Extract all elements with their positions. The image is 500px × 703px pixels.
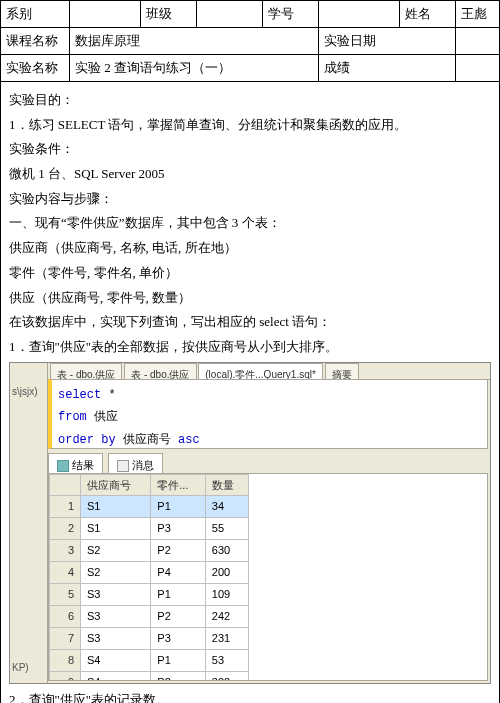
sql-server-screenshot: • × s\jsjx) KP) 表 - dbo.供应 表 - dbo.供应 (l… (9, 362, 491, 684)
table-row[interactable]: 4S2P4200 (50, 562, 249, 584)
expname-label: 实验名称 (1, 55, 70, 82)
cell-qty: 34 (205, 496, 248, 518)
cell-qty: 200 (205, 562, 248, 584)
cell-supplierno: S4 (81, 649, 151, 671)
results-grid-wrap: 供应商号 零件... 数量 1S1P1342S1P3553S2P26304S2P… (48, 473, 488, 681)
cell-qty: 55 (205, 518, 248, 540)
lab-report-page: 系别 班级 学号 姓名 王彪 课程名称 数据库原理 实验日期 实验名称 实验 2… (0, 0, 500, 703)
table-supply: 供应（供应商号, 零件号, 数量） (9, 286, 491, 311)
cell-partno: P1 (151, 584, 205, 606)
header-row-1: 系别 班级 学号 姓名 王彪 (1, 1, 499, 28)
steps-instruction: 在该数据库中，实现下列查询，写出相应的 select 语句： (9, 310, 491, 335)
row-number: 6 (50, 605, 81, 627)
row-number: 4 (50, 562, 81, 584)
header-row-2: 课程名称 数据库原理 实验日期 (1, 28, 499, 55)
cell-supplierno: S1 (81, 496, 151, 518)
cell-partno: P3 (151, 627, 205, 649)
grade-value (456, 55, 500, 82)
row-number: 5 (50, 584, 81, 606)
kw-orderby: order by (58, 433, 116, 447)
object-explorer-strip[interactable]: s\jsjx) KP) (10, 363, 48, 683)
table-row[interactable]: 5S3P1109 (50, 584, 249, 606)
sql-editor[interactable]: select * from 供应 order by 供应商号 asc (48, 379, 488, 449)
tree-kp-label: KP) (12, 658, 29, 677)
header-table: 系别 班级 学号 姓名 王彪 课程名称 数据库原理 实验日期 实验名称 实验 2… (1, 1, 499, 82)
tab-table-1[interactable]: 表 - dbo.供应 (50, 363, 122, 380)
cell-supplierno: S3 (81, 627, 151, 649)
cell-partno: P1 (151, 496, 205, 518)
cell-supplierno: S1 (81, 518, 151, 540)
name-label: 姓名 (400, 1, 456, 28)
row-number: 2 (50, 518, 81, 540)
col-partno[interactable]: 零件... (151, 474, 205, 496)
cell-qty: 302 (205, 671, 248, 680)
kw-from: from (58, 410, 87, 424)
cell-partno: P2 (151, 540, 205, 562)
cell-qty: 630 (205, 540, 248, 562)
table-row[interactable]: 1S1P134 (50, 496, 249, 518)
name-value: 王彪 (456, 1, 500, 28)
col-rownum[interactable] (50, 474, 81, 496)
table-row[interactable]: 8S4P153 (50, 649, 249, 671)
grid-icon (57, 460, 69, 472)
steps-intro: 一、现有“零件供应”数据库，其中包含 3 个表： (9, 211, 491, 236)
row-number: 9 (50, 671, 81, 680)
cell-partno: P2 (151, 605, 205, 627)
date-label: 实验日期 (319, 28, 456, 55)
studentno-label: 学号 (263, 1, 319, 28)
expname-value: 实验 2 查询语句练习（一） (70, 55, 319, 82)
code-star: * (101, 388, 115, 402)
header-row-3: 实验名称 实验 2 查询语句练习（一） 成绩 (1, 55, 499, 82)
kw-select: select (58, 388, 101, 402)
cell-qty: 231 (205, 627, 248, 649)
steps-title: 实验内容与步骤： (9, 187, 491, 212)
table-row[interactable]: 2S1P355 (50, 518, 249, 540)
col-qty[interactable]: 数量 (205, 474, 248, 496)
cell-supplierno: S3 (81, 605, 151, 627)
table-row[interactable]: 3S2P2630 (50, 540, 249, 562)
studentno-value (319, 1, 400, 28)
tab-summary[interactable]: 摘要 (325, 363, 359, 380)
cell-supplierno: S2 (81, 562, 151, 584)
cell-supplierno: S3 (81, 584, 151, 606)
course-value: 数据库原理 (70, 28, 319, 55)
question-2: 2．查询"供应"表的记录数。 (9, 688, 491, 703)
row-number: 1 (50, 496, 81, 518)
question-1: 1．查询"供应"表的全部数据，按供应商号从小到大排序。 (9, 335, 491, 360)
table-supplier: 供应商（供应商号, 名称, 电话, 所在地） (9, 236, 491, 261)
class-label: 班级 (141, 1, 197, 28)
message-icon (117, 460, 129, 472)
table-row[interactable]: 9S4P2302 (50, 671, 249, 680)
date-value (456, 28, 500, 55)
tab-query-active[interactable]: (local).零件...Query1.sql* (198, 363, 323, 380)
code-from-table: 供应 (87, 410, 118, 424)
class-value (197, 1, 263, 28)
dept-label: 系别 (1, 1, 70, 28)
cell-qty: 109 (205, 584, 248, 606)
table-part: 零件（零件号, 零件名, 单价） (9, 261, 491, 286)
table-row[interactable]: 7S3P3231 (50, 627, 249, 649)
document-tabs: 表 - dbo.供应 表 - dbo.供应 (local).零件...Query… (48, 363, 490, 380)
col-supplierno[interactable]: 供应商号 (81, 474, 151, 496)
results-grid: 供应商号 零件... 数量 1S1P1342S1P3553S2P26304S2P… (49, 474, 249, 681)
purpose-item-1: 1．练习 SELECT 语句，掌握简单查询、分组统计和聚集函数的应用。 (9, 113, 491, 138)
code-order-col: 供应商号 (116, 433, 178, 447)
cell-qty: 53 (205, 649, 248, 671)
purpose-title: 实验目的： (9, 88, 491, 113)
row-number: 8 (50, 649, 81, 671)
course-label: 课程名称 (1, 28, 70, 55)
cell-supplierno: S2 (81, 540, 151, 562)
table-row[interactable]: 6S3P2242 (50, 605, 249, 627)
cell-partno: P4 (151, 562, 205, 584)
cell-qty: 242 (205, 605, 248, 627)
tab-table-2[interactable]: 表 - dbo.供应 (124, 363, 196, 380)
cell-partno: P1 (151, 649, 205, 671)
grade-label: 成绩 (319, 55, 456, 82)
cell-supplierno: S4 (81, 671, 151, 680)
kw-asc: asc (178, 433, 200, 447)
conditions-text: 微机 1 台、SQL Server 2005 (9, 162, 491, 187)
conditions-title: 实验条件： (9, 137, 491, 162)
cell-partno: P2 (151, 671, 205, 680)
row-number: 7 (50, 627, 81, 649)
tree-node-label[interactable]: s\jsjx) (10, 381, 47, 402)
